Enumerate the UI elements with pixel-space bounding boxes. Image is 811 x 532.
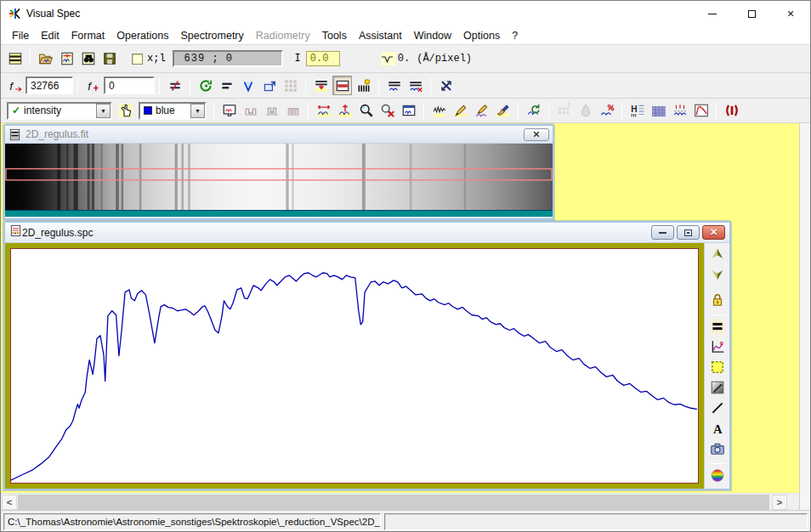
chevron-down-icon[interactable]: ▼ (96, 104, 111, 118)
save-floppy-button[interactable] (99, 49, 119, 69)
reference-zero-input[interactable] (104, 76, 155, 94)
camera-button[interactable] (707, 441, 727, 460)
svg-text:f: f (88, 79, 92, 92)
menu-options[interactable]: Options (457, 27, 506, 44)
gradient-edit-button[interactable] (707, 380, 727, 399)
spec-scale-icon (337, 103, 353, 118)
hand-pointer-icon (118, 103, 133, 118)
menu-tools[interactable]: Tools (316, 27, 353, 44)
toolbar-separator (716, 102, 717, 119)
grid-one-button: 1 (554, 101, 574, 121)
profile-extract-button[interactable] (311, 76, 331, 95)
vertical-scroll-gutter[interactable] (799, 123, 810, 510)
menu-format[interactable]: Format (65, 27, 111, 44)
spc-restore-button[interactable] (677, 225, 700, 240)
fit-close-button[interactable] (524, 128, 549, 141)
check-v-button[interactable] (238, 76, 258, 95)
gong-button[interactable] (722, 101, 741, 121)
transfer-box-button[interactable] (259, 76, 279, 95)
barcode-intensity-button[interactable] (354, 76, 373, 95)
zoom-in-button[interactable] (356, 101, 376, 121)
pencil-edit-button[interactable] (451, 101, 470, 121)
toolbar-separator (308, 102, 309, 119)
double-line-spec-x-button[interactable] (406, 76, 425, 95)
menu-edit[interactable]: Edit (35, 27, 65, 44)
pencil-sample-button[interactable] (472, 101, 491, 121)
menu-file[interactable]: File (6, 27, 35, 44)
line-tool-icon (710, 400, 725, 419)
close-button[interactable]: × (771, 1, 810, 26)
spc-window-titlebar[interactable]: 2D_regulus.spc ✕ (5, 223, 729, 243)
spec-undo-button[interactable] (524, 101, 543, 121)
nav-down-button[interactable] (707, 267, 727, 286)
reference-max-input[interactable] (26, 76, 73, 94)
screen-spectrum-button[interactable] (219, 101, 239, 121)
file-spectrum-button[interactable] (57, 49, 77, 69)
absorption-line-icon (381, 52, 396, 65)
band-select-button[interactable] (332, 76, 352, 95)
open-file-button[interactable] (36, 49, 55, 69)
nav-up-button[interactable] (707, 246, 727, 265)
spec-shift-button[interactable] (314, 101, 333, 121)
spc-close-button[interactable]: ✕ (702, 225, 725, 240)
minimize-button[interactable] (693, 1, 732, 26)
toolbar-file: x;l 639 ; 0 I 0.0 0. (Å/pixel) (1, 45, 810, 73)
menu-window[interactable]: Window (408, 27, 457, 44)
lock-button[interactable] (707, 292, 727, 311)
align-lines-icon (219, 78, 235, 93)
droplet-icon (578, 103, 593, 118)
maximize-button[interactable] (732, 1, 771, 26)
line-tool-button[interactable] (707, 400, 727, 419)
text-tool-button[interactable]: A (707, 421, 727, 439)
zoom-reset-button[interactable] (377, 101, 397, 121)
not-equal-lines-icon (167, 78, 183, 93)
spec-scale-button[interactable] (335, 101, 354, 121)
binoculars-search-button[interactable] (78, 49, 98, 69)
spec-ticks-button[interactable] (670, 101, 689, 121)
fn-plus-button[interactable]: f (83, 76, 103, 95)
horizontal-scrollbar[interactable]: < > (1, 493, 799, 510)
align-lines-button[interactable] (217, 76, 236, 95)
series-combobox[interactable]: ✓ intensity ▼ (7, 102, 112, 120)
spec-window-button[interactable] (399, 101, 418, 121)
dashed-square-button[interactable] (707, 359, 727, 378)
cross-arrows-button[interactable] (436, 76, 456, 95)
menu-operations[interactable]: Operations (111, 27, 174, 44)
spec-noise-button[interactable] (429, 101, 449, 121)
scrollbar-thumb[interactable] (18, 495, 769, 510)
spectrum-plot[interactable] (10, 248, 699, 484)
dot-grid-icon (283, 78, 298, 93)
menu-?[interactable]: ? (506, 27, 524, 44)
gradient-edit-icon (710, 380, 725, 399)
spc-minimize-button[interactable] (651, 225, 674, 240)
chart-c-button[interactable]: c (707, 339, 727, 358)
scroll-left-button[interactable]: < (2, 495, 17, 510)
toolbar-separator (709, 463, 726, 464)
planck-curve-button[interactable] (691, 101, 711, 121)
series-card-button[interactable] (5, 49, 25, 69)
coord-mode-checkbox[interactable] (132, 54, 143, 65)
rotate-green-button[interactable] (196, 76, 215, 95)
double-line-spec-button[interactable] (384, 76, 404, 95)
chevron-down-icon[interactable]: ▼ (190, 104, 205, 118)
hand-pointer-button[interactable] (116, 101, 135, 121)
menu-assistant[interactable]: Assistant (353, 27, 408, 44)
equals-button[interactable] (707, 319, 727, 337)
menu-spectrometry[interactable]: Spectrometry (174, 27, 249, 44)
fit-strip-image[interactable] (5, 144, 553, 217)
app-titlebar[interactable]: Visual Spec × (1, 1, 810, 26)
spec-percent-button[interactable] (597, 101, 616, 121)
color-combobox[interactable]: blue ▼ (139, 102, 207, 120)
rainbow-button[interactable] (707, 467, 727, 486)
fn-arrow-button[interactable]: f (5, 76, 25, 95)
svg-text:f: f (9, 79, 14, 92)
fit-window-titlebar[interactable]: 2D_regulus.fit (5, 126, 553, 144)
periodic-table-button[interactable] (649, 101, 668, 121)
element-lines-button[interactable]: H (627, 101, 647, 121)
gong-icon (724, 103, 740, 118)
spc-window-title: 2D_regulus.spc (22, 227, 93, 239)
scroll-right-button[interactable]: > (772, 495, 787, 510)
not-equal-lines-button[interactable] (165, 76, 184, 95)
brush-clean-button[interactable] (493, 101, 513, 121)
camera-icon (710, 441, 725, 460)
